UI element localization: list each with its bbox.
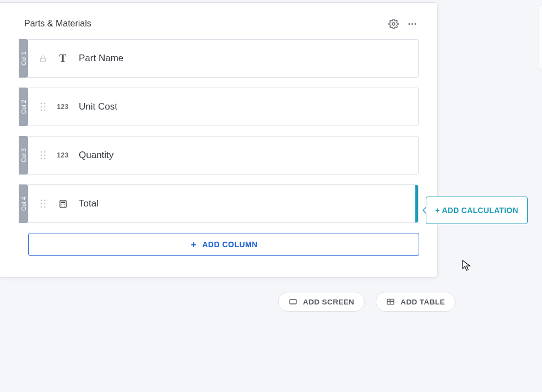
number-type-icon: 123 [57, 103, 69, 111]
column-tab[interactable]: Col 3 [19, 136, 28, 175]
mouse-cursor [462, 260, 472, 272]
drag-handle-icon[interactable] [39, 151, 47, 160]
svg-point-19 [41, 203, 42, 205]
panel-header-actions [387, 17, 419, 30]
svg-rect-33 [290, 300, 296, 304]
columns-list: Col 1 T Part Name Col 2 [0, 39, 437, 256]
column-name: Unit Cost [79, 101, 117, 112]
svg-point-17 [41, 200, 42, 202]
text-type-icon: T [57, 52, 69, 64]
svg-point-15 [41, 158, 42, 160]
svg-point-0 [392, 23, 395, 25]
screen-icon [289, 297, 297, 306]
settings-button[interactable] [387, 17, 400, 30]
dots-horizontal-icon [407, 19, 418, 29]
svg-point-3 [414, 23, 416, 24]
svg-point-5 [41, 103, 42, 105]
column-row[interactable]: Col 3 123 Quantity [19, 136, 419, 175]
add-screen-label: ADD SCREEN [303, 298, 354, 306]
add-calculation-label: + ADD CALCULATION [435, 206, 518, 215]
svg-point-30 [64, 205, 64, 206]
column-row[interactable]: Col 2 123 Unit Cost [19, 88, 419, 126]
svg-point-13 [41, 155, 42, 156]
gear-icon [388, 19, 399, 29]
column-card[interactable]: Total [28, 184, 419, 223]
canvas-actions: ADD SCREEN ADD TABLE [278, 292, 456, 312]
table-config-panel: Parts & Materials C [0, 2, 438, 277]
plus-icon [189, 241, 198, 249]
svg-point-6 [44, 103, 46, 105]
svg-point-21 [41, 206, 42, 208]
right-panel-stub [539, 4, 542, 70]
svg-point-8 [44, 106, 46, 108]
column-tab[interactable]: Col 2 [19, 88, 28, 126]
lock-icon [39, 55, 47, 63]
more-options-button[interactable] [405, 17, 419, 30]
svg-point-7 [41, 106, 42, 108]
table-icon [386, 297, 395, 306]
svg-point-16 [44, 158, 46, 160]
svg-point-26 [62, 204, 63, 205]
add-table-button[interactable]: ADD TABLE [376, 292, 456, 312]
svg-point-2 [411, 23, 413, 24]
svg-point-1 [408, 23, 410, 24]
column-card[interactable]: 123 Quantity [28, 136, 419, 175]
column-name: Quantity [79, 150, 113, 161]
column-tab[interactable]: Col 1 [19, 39, 28, 78]
drag-handle-icon[interactable] [39, 102, 47, 111]
drag-handle-icon[interactable] [39, 199, 47, 208]
svg-point-20 [44, 203, 46, 205]
panel-header: Parts & Materials [0, 3, 437, 39]
svg-point-10 [44, 110, 46, 111]
column-row[interactable]: Col 4 [19, 184, 419, 223]
svg-point-18 [44, 200, 46, 202]
column-row[interactable]: Col 1 T Part Name [19, 39, 419, 78]
add-column-button[interactable]: ADD COLUMN [28, 233, 419, 256]
svg-point-27 [64, 204, 64, 205]
svg-rect-24 [61, 202, 64, 203]
svg-point-12 [44, 151, 46, 153]
panel-title: Parts & Materials [24, 19, 387, 29]
column-name: Part Name [79, 53, 123, 64]
svg-point-9 [41, 110, 42, 111]
add-screen-button[interactable]: ADD SCREEN [278, 292, 365, 312]
svg-point-22 [44, 206, 46, 208]
calculator-type-icon [57, 199, 69, 209]
add-calculation-button[interactable]: + ADD CALCULATION [426, 197, 528, 224]
svg-point-29 [62, 205, 63, 206]
add-column-label: ADD COLUMN [202, 240, 258, 249]
svg-point-25 [61, 204, 62, 205]
column-card[interactable]: 123 Unit Cost [28, 88, 419, 126]
add-table-label: ADD TABLE [400, 298, 445, 306]
column-name: Total [79, 198, 99, 209]
svg-point-28 [61, 205, 62, 206]
svg-rect-4 [40, 58, 45, 61]
number-type-icon: 123 [57, 151, 69, 159]
svg-point-11 [41, 151, 42, 153]
svg-point-14 [44, 155, 46, 156]
column-card[interactable]: T Part Name [28, 39, 419, 78]
column-tab[interactable]: Col 4 [19, 184, 28, 223]
